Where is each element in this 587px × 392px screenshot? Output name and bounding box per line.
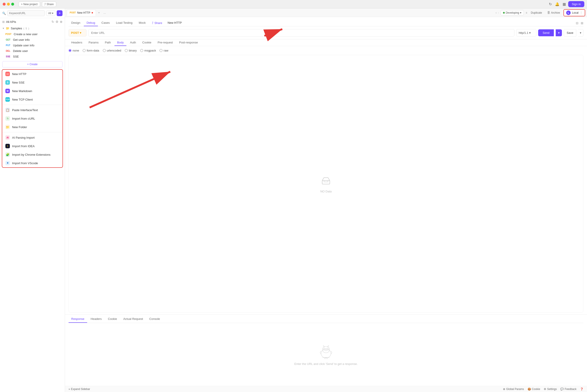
archive-button[interactable]: 🗄 Archive [546, 10, 562, 15]
duplicate-button[interactable]: Duplicate [529, 10, 544, 15]
res-tab-response[interactable]: Response [68, 316, 87, 323]
add-item-button[interactable]: + [57, 10, 62, 16]
tab-design[interactable]: Design [68, 20, 83, 26]
http-version-selector[interactable]: http/1.1 ▾ [516, 29, 536, 36]
send-dropdown-button[interactable]: ▾ [556, 29, 562, 36]
columns-icon[interactable]: ⊞ [581, 21, 584, 25]
radio-raw[interactable]: raw [160, 49, 168, 52]
dropdown-item-paste[interactable]: 📋 Paste Interface/Text [2, 106, 62, 114]
radio-form-data[interactable]: form-data [83, 49, 99, 52]
radio-none[interactable]: none [68, 49, 79, 52]
sub-tab-path[interactable]: Path [102, 40, 114, 46]
tab-more-button[interactable]: ... [102, 10, 107, 15]
sidebar-search-bar: 🔍 All ▾ + [0, 8, 65, 18]
folder-header[interactable]: ▼ 📁 Samples (5) [0, 25, 65, 31]
tree-item-update-user[interactable]: PUT Update user info [4, 42, 65, 48]
expand-sidebar-icon[interactable]: ⊕ [60, 20, 62, 24]
tab-mock[interactable]: Mock [136, 20, 148, 26]
tree-item-sse[interactable]: SSE SSE [4, 54, 65, 59]
dropdown-item-new-folder[interactable]: 📁 New Folder [2, 123, 62, 131]
sub-tab-prerequest[interactable]: Pre-request [155, 40, 176, 46]
refresh-icon[interactable]: ↻ [549, 2, 552, 6]
local-avatar: L [566, 10, 571, 15]
tab-load-testing[interactable]: Load Testing [113, 20, 135, 26]
local-badge[interactable]: L Local ⋮ [564, 9, 585, 16]
url-input[interactable] [88, 29, 514, 36]
close-button[interactable] [3, 3, 6, 6]
tab-share[interactable]: ⤴ Share [149, 20, 165, 26]
api-tree: ▼ 📁 Samples (5) POST Create a new user G… [0, 25, 65, 170]
arrow-left-icon[interactable]: ‹ [496, 11, 496, 14]
radio-msgpack[interactable]: msgpack [140, 49, 156, 52]
dropdown-item-new-http[interactable]: H New HTTP [2, 70, 62, 78]
maximize-button[interactable] [11, 3, 14, 6]
no-data-text: NO Data [320, 190, 332, 193]
share-title-button[interactable]: ⤴ Share [42, 2, 56, 7]
radio-urlencoded[interactable]: urlencoded [103, 49, 121, 52]
new-tab-button[interactable]: + [96, 10, 102, 15]
method-selector[interactable]: POST ▾ [68, 29, 86, 36]
dropdown-item-vscode[interactable]: ✦ Import from VScode [2, 159, 62, 167]
all-apis-item[interactable]: ⊞ All APIs ↻ ⚙ ⊕ [0, 18, 65, 25]
feedback-button[interactable]: 💬 Feedback [560, 388, 576, 391]
list-icon[interactable]: ≡ [526, 11, 527, 14]
new-project-button[interactable]: + New project [18, 2, 40, 7]
sub-tab-cookie[interactable]: Cookie [140, 40, 154, 46]
sub-tab-headers[interactable]: Headers [68, 40, 85, 46]
res-tab-headers[interactable]: Headers [88, 316, 104, 323]
env-status-dot [503, 12, 505, 14]
settings-button[interactable]: ⚙ Settings [544, 388, 557, 391]
arrow-right-icon[interactable]: › [498, 11, 499, 14]
sub-tab-auth[interactable]: Auth [127, 40, 139, 46]
toolbar-buttons: ‹ › [496, 11, 499, 14]
http-icon: H [6, 72, 10, 76]
minimize-button[interactable] [7, 3, 10, 6]
res-tab-cookie[interactable]: Cookie [105, 316, 120, 323]
expand-sidebar-button[interactable]: » Expand Sidebar [68, 388, 90, 391]
tree-item-delete-user[interactable]: DEL Delete user [4, 48, 65, 54]
save-dropdown-button[interactable]: ▾ [578, 29, 584, 36]
archive-icon: 🗄 [547, 11, 550, 14]
res-tab-console[interactable]: Console [146, 316, 163, 323]
tree-item-create-user[interactable]: POST Create a new user [4, 31, 65, 37]
sub-tab-postresponse[interactable]: Post-response [176, 40, 200, 46]
save-button[interactable]: Save [564, 29, 576, 36]
radio-binary[interactable]: binary [125, 49, 137, 52]
tree-item-get-user[interactable]: GET Get user info [4, 37, 65, 42]
content-area: POST New HTTP + ... ‹ › Developing ▾ ≡ [65, 8, 587, 392]
sign-in-button[interactable]: Sign in [568, 1, 584, 7]
filter-dropdown[interactable]: All ▾ [46, 10, 55, 16]
environment-selector[interactable]: Developing ▾ [500, 10, 524, 16]
svg-rect-0 [322, 180, 330, 184]
dropdown-item-chrome[interactable]: 🧩 Import by Chrome Extensions [2, 150, 62, 159]
dropdown-item-ai[interactable]: AI AI Parsing Import [2, 133, 62, 142]
res-tab-actual-request[interactable]: Actual Request [120, 316, 146, 323]
active-tab[interactable]: POST New HTTP [67, 10, 96, 16]
sidebar-control-icons: ↻ ⚙ ⊕ [52, 20, 62, 24]
dropdown-item-new-sse[interactable]: S New SSE [2, 78, 62, 87]
sub-tab-params[interactable]: Params [86, 40, 101, 46]
tab-debug[interactable]: Debug [84, 20, 98, 26]
bell-icon[interactable]: 🔔 [555, 2, 560, 6]
layout-icon[interactable]: ▦ [562, 2, 566, 6]
dropdown-item-idea[interactable]: I Import from IDEA [2, 142, 62, 150]
dropdown-item-new-markdown[interactable]: M New Markdown [2, 87, 62, 95]
sub-tab-nav: Headers Params Path Body Auth Cookie Pre… [65, 40, 587, 46]
search-input[interactable] [7, 10, 45, 16]
filter-icon[interactable]: ⊟ [576, 21, 578, 25]
create-button[interactable]: + Create [2, 61, 62, 68]
markdown-icon: M [6, 89, 10, 93]
samples-folder[interactable]: ▼ 📁 Samples (5) POST Create a new user G… [0, 25, 65, 59]
cookie-button[interactable]: 🍪 Cookie [528, 388, 540, 391]
dropdown-item-import-curl[interactable]: ↻ Import from cURL [2, 114, 62, 123]
global-params-button[interactable]: ⊕ Global Params [503, 388, 524, 391]
refresh-sidebar-icon[interactable]: ↻ [52, 20, 54, 24]
help-button[interactable]: ❓ [580, 388, 584, 391]
dropdown-item-new-tcp[interactable]: TCP New TCP Client [2, 95, 62, 104]
tab-cases[interactable]: Cases [99, 20, 112, 26]
settings-sidebar-icon[interactable]: ⚙ [56, 20, 58, 24]
sub-tab-body[interactable]: Body [114, 40, 126, 46]
send-button[interactable]: Send [538, 29, 554, 36]
titlebar-icons: ↻ 🔔 ▦ [549, 2, 566, 6]
paste-icon: 📋 [6, 108, 10, 112]
